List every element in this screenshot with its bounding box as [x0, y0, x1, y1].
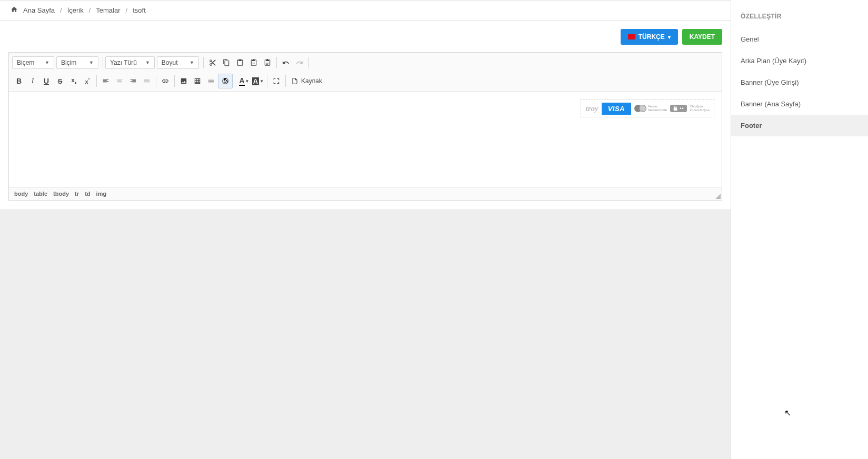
size-combo[interactable]: Boyut▼ — [157, 56, 199, 69]
bg-color-icon[interactable]: A▼ — [251, 74, 265, 88]
mastercard-logo: MasterSecureCODE — [632, 105, 669, 112]
breadcrumb-link[interactable]: Ana Sayfa — [23, 6, 55, 14]
chip-pin-logo: •• — [670, 105, 686, 112]
maximize-icon[interactable] — [270, 74, 283, 88]
editor-toolbar: Biçem▼ Biçim▼ Yazı Türü▼ Boyut▼ W — [9, 53, 722, 92]
style-combo[interactable]: Biçem▼ — [12, 56, 54, 69]
smiley-icon[interactable] — [218, 74, 233, 88]
rich-text-editor: Biçem▼ Biçim▼ Yazı Türü▼ Boyut▼ W — [8, 52, 722, 201]
path-tag[interactable]: tr — [75, 191, 79, 197]
save-button[interactable]: KAYDET — [682, 29, 722, 45]
visa-logo: VISA — [602, 103, 631, 115]
sidebar-item-background[interactable]: Arka Plan (Üye Kayıt) — [731, 50, 868, 72]
path-tag[interactable]: body — [14, 191, 28, 197]
link-icon[interactable] — [158, 74, 172, 88]
paste-icon[interactable] — [233, 56, 247, 69]
breadcrumb-link[interactable]: İçerik — [67, 6, 84, 14]
align-center-icon[interactable] — [113, 74, 126, 88]
text-color-icon[interactable]: A▼ — [237, 74, 251, 88]
path-tag[interactable]: table — [34, 191, 47, 197]
language-dropdown[interactable]: TÜRKÇE ▾ — [621, 29, 678, 45]
sidebar-item-footer[interactable]: Footer — [731, 115, 868, 136]
superscript-icon[interactable]: x² — [81, 74, 94, 88]
breadcrumb-sep: / — [89, 6, 91, 14]
troy-logo: troy — [583, 104, 600, 113]
path-tag[interactable]: tbody — [53, 191, 69, 197]
breadcrumb-link[interactable]: Temalar — [96, 6, 120, 14]
breadcrumb-sep: / — [126, 6, 128, 14]
paste-text-icon[interactable] — [247, 56, 261, 69]
home-icon[interactable] — [11, 6, 18, 15]
payment-logos-image[interactable]: troy VISA MasterSecureCODE •• Chip&pinİm… — [581, 99, 714, 117]
italic-icon[interactable]: I — [26, 74, 39, 88]
breadcrumb: Ana Sayfa / İçerik / Temalar / tsoft — [0, 0, 731, 21]
paste-word-icon[interactable]: W — [261, 56, 274, 69]
align-right-icon[interactable] — [126, 74, 140, 88]
editor-content[interactable]: troy VISA MasterSecureCODE •• Chip&pinİm… — [9, 92, 722, 187]
svg-text:W: W — [266, 62, 268, 65]
path-tag[interactable]: td — [85, 191, 90, 197]
subscript-icon[interactable]: x₂ — [67, 74, 81, 88]
strike-icon[interactable]: S — [53, 74, 67, 88]
align-left-icon[interactable] — [99, 74, 113, 88]
resize-handle[interactable] — [715, 194, 721, 199]
source-button[interactable]: Kaynak — [288, 76, 325, 86]
breadcrumb-current: tsoft — [133, 6, 146, 14]
table-icon[interactable] — [191, 74, 204, 88]
sidebar-title: ÖZELLEŞTİR — [731, 8, 868, 28]
sidebar-item-banner-home[interactable]: Banner (Ana Sayfa) — [731, 93, 868, 115]
bold-icon[interactable]: B — [12, 74, 26, 88]
path-tag[interactable]: img — [96, 191, 107, 197]
sidebar-item-general[interactable]: Genel — [731, 28, 868, 50]
element-path: body table tbody tr td img — [9, 187, 722, 200]
breadcrumb-sep: / — [60, 6, 62, 14]
sidebar-item-banner-login[interactable]: Banner (Üye Girişi) — [731, 72, 868, 93]
flag-icon — [628, 34, 635, 39]
underline-icon[interactable]: U — [39, 74, 53, 88]
hr-icon[interactable] — [204, 74, 218, 88]
format-combo[interactable]: Biçim▼ — [56, 56, 98, 69]
copy-icon[interactable] — [220, 56, 233, 69]
cut-icon[interactable] — [206, 56, 220, 69]
undo-icon[interactable] — [279, 56, 293, 69]
image-icon[interactable] — [177, 74, 191, 88]
chevron-down-icon: ▾ — [668, 34, 671, 40]
customize-sidebar: ÖZELLEŞTİR Genel Arka Plan (Üye Kayıt) B… — [731, 0, 868, 459]
redo-icon — [293, 56, 306, 69]
font-combo[interactable]: Yazı Türü▼ — [105, 56, 155, 69]
align-justify-icon[interactable] — [140, 74, 154, 88]
